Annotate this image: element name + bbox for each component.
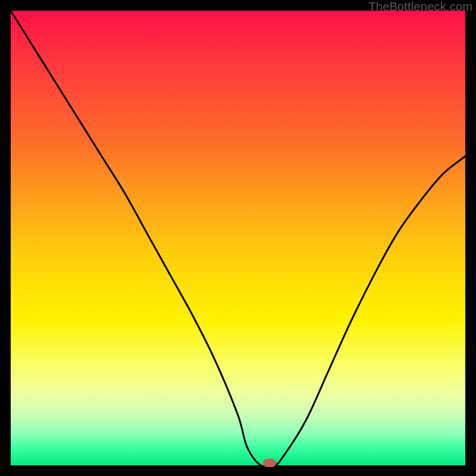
bottleneck-curve [11,11,465,465]
minimum-marker [263,459,276,467]
plot-area [11,11,465,465]
watermark-text: TheBottleneck.com [368,0,472,14]
chart-frame: TheBottleneck.com [0,0,476,476]
